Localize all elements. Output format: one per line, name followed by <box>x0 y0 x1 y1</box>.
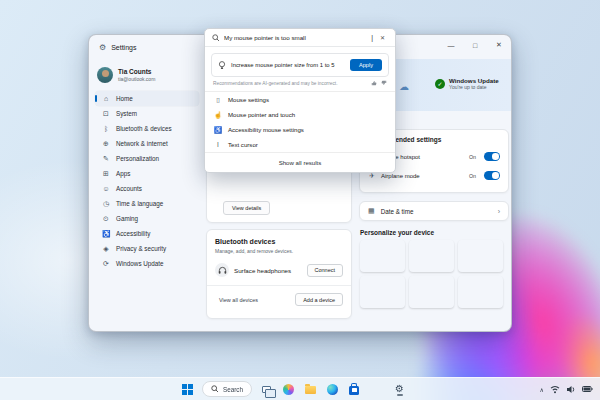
windows-update-tile[interactable]: ✓ Windows Update You're up to date <box>435 77 499 90</box>
sidebar-item[interactable]: ⌂ Home <box>95 91 199 106</box>
sidebar-item[interactable]: ⊡ System <box>95 106 199 121</box>
wallpaper-thumbnail[interactable] <box>409 276 454 308</box>
taskbar-search-box[interactable]: Search <box>202 381 252 397</box>
add-device-button[interactable]: Add a device <box>295 293 343 306</box>
wifi-icon[interactable] <box>550 385 560 394</box>
search-result-label: Mouse pointer and touch <box>228 111 295 118</box>
sidebar-item-label: Accounts <box>116 185 142 192</box>
date-time-label: Date & time <box>381 208 492 215</box>
search-result-label: Accessibility mouse settings <box>228 126 304 133</box>
toggle-state-label: On <box>469 154 476 160</box>
search-result-item[interactable]: I Text cursor <box>205 137 395 152</box>
edge-icon <box>327 384 338 395</box>
wallpaper-thumbnail[interactable] <box>409 240 454 272</box>
window-title: Settings <box>111 44 136 51</box>
recommendation-title: Increase mouse pointer size from 1 to 5 <box>231 62 345 68</box>
toggle-switch[interactable] <box>484 171 500 180</box>
sidebar-item[interactable]: ⊙ Gaming <box>95 211 199 226</box>
personalize-title: Personalize your device <box>360 229 434 236</box>
search-flyout: My mouse pointer is too small | ✕ Increa… <box>204 28 396 173</box>
profile-email: tia@outlook.com <box>118 76 155 82</box>
sidebar: Tia Counts tia@outlook.com ⌂ Home ⊡ Syst… <box>89 59 205 331</box>
store-icon <box>349 386 359 395</box>
taskbar: Search ⚙ ∧ <box>0 377 600 400</box>
sidebar-item-icon: ⊕ <box>102 140 110 148</box>
sidebar-item-label: Gaming <box>116 215 138 222</box>
sidebar-item[interactable]: ⟳ Windows Update <box>95 256 199 271</box>
sidebar-item[interactable]: ✎ Personalization <box>95 151 199 166</box>
tray-overflow-chevron-icon[interactable]: ∧ <box>540 386 544 393</box>
search-result-item[interactable]: ☝ Mouse pointer and touch <box>205 107 395 122</box>
date-time-card[interactable]: ▦ Date & time › <box>359 201 509 221</box>
gear-icon: ⚙ <box>395 384 404 394</box>
wallpaper-thumbnail[interactable] <box>360 240 405 272</box>
search-results-list: ▯ Mouse settings ☝ Mouse pointer and tou… <box>205 92 395 152</box>
sidebar-item-label: Time & language <box>116 200 163 207</box>
sidebar-item[interactable]: ᛒ Bluetooth & devices <box>95 121 199 136</box>
cloud-status-tile[interactable]: ☁ <box>399 81 409 92</box>
settings-taskbar-button[interactable]: ⚙ <box>392 382 407 397</box>
close-button[interactable]: ✕ <box>487 35 511 55</box>
volume-icon[interactable] <box>566 385 576 394</box>
bluetooth-devices-card: Bluetooth devices Manage, add, and remov… <box>206 229 352 319</box>
search-query-text: My mouse pointer is too small <box>224 34 369 41</box>
sidebar-item-label: Home <box>116 95 133 102</box>
search-result-label: Text cursor <box>228 141 258 148</box>
quick-setting-label: Airplane mode <box>381 173 464 179</box>
folder-icon <box>305 386 316 394</box>
settings-search-input[interactable]: My mouse pointer is too small | ✕ <box>205 29 395 47</box>
wallpaper-thumbnail[interactable] <box>458 240 503 272</box>
connect-button[interactable]: Connect <box>307 264 344 277</box>
edge-button[interactable] <box>325 382 340 397</box>
sidebar-item-icon: ◈ <box>102 245 110 253</box>
ai-recommendation-card: Increase mouse pointer size from 1 to 5 … <box>211 53 389 77</box>
task-view-button[interactable] <box>259 382 274 397</box>
thumbs-down-icon[interactable] <box>381 80 387 86</box>
start-button[interactable] <box>180 382 195 397</box>
sidebar-item-icon: ☺ <box>102 185 110 192</box>
windows-logo-icon <box>182 384 193 395</box>
sidebar-item-icon: ◷ <box>102 200 110 208</box>
sidebar-item-icon: ⊞ <box>102 170 110 178</box>
search-result-item[interactable]: ▯ Mouse settings <box>205 92 395 107</box>
minimize-button[interactable]: — <box>439 35 463 55</box>
sidebar-item[interactable]: ◈ Privacy & security <box>95 241 199 256</box>
toggle-switch[interactable] <box>484 152 500 161</box>
divider <box>207 285 351 286</box>
sidebar-item-icon: ♿ <box>102 230 110 238</box>
thumbs-up-icon[interactable] <box>371 80 377 86</box>
taskbar-search-label: Search <box>223 386 243 393</box>
search-result-item[interactable]: ♿ Accessibility mouse settings <box>205 122 395 137</box>
clear-search-icon[interactable]: ✕ <box>377 32 388 43</box>
text-caret: | <box>371 34 373 41</box>
wallpaper-thumbnail[interactable] <box>360 276 405 308</box>
view-all-devices-button[interactable]: View all devices <box>215 294 262 305</box>
battery-icon[interactable] <box>582 386 593 392</box>
search-result-icon: I <box>214 141 222 148</box>
settings-app-icon: ⚙ <box>99 43 106 52</box>
sidebar-item-label: System <box>116 110 137 117</box>
copilot-button[interactable] <box>281 382 296 397</box>
wallpaper-thumbnail[interactable] <box>458 276 503 308</box>
sidebar-item[interactable]: ⊕ Network & internet <box>95 136 199 151</box>
account-profile[interactable]: Tia Counts tia@outlook.com <box>95 63 199 91</box>
maximize-button[interactable]: □ <box>463 35 487 55</box>
avatar <box>97 67 113 83</box>
cloud-icon: ☁ <box>399 81 409 92</box>
chevron-right-icon: › <box>498 208 500 215</box>
store-button[interactable] <box>347 382 362 397</box>
sidebar-item[interactable]: ◷ Time & language <box>95 196 199 211</box>
sidebar-item[interactable]: ♿ Accessibility <box>95 226 199 241</box>
apply-button[interactable]: Apply <box>350 59 382 71</box>
toggle-state-label: On <box>469 173 476 179</box>
sidebar-item-label: Bluetooth & devices <box>116 125 172 132</box>
show-all-results-button[interactable]: Show all results <box>205 153 395 172</box>
sidebar-item[interactable]: ☺ Accounts <box>95 181 199 196</box>
system-tray: ∧ <box>540 378 593 400</box>
bluetooth-device-row: Surface headphones Connect <box>215 263 343 277</box>
search-result-icon: ▯ <box>214 96 222 104</box>
view-details-button[interactable]: View details <box>223 201 270 215</box>
sidebar-item[interactable]: ⊞ Apps <box>95 166 199 181</box>
sidebar-item-label: Windows Update <box>116 260 164 267</box>
file-explorer-button[interactable] <box>303 382 318 397</box>
